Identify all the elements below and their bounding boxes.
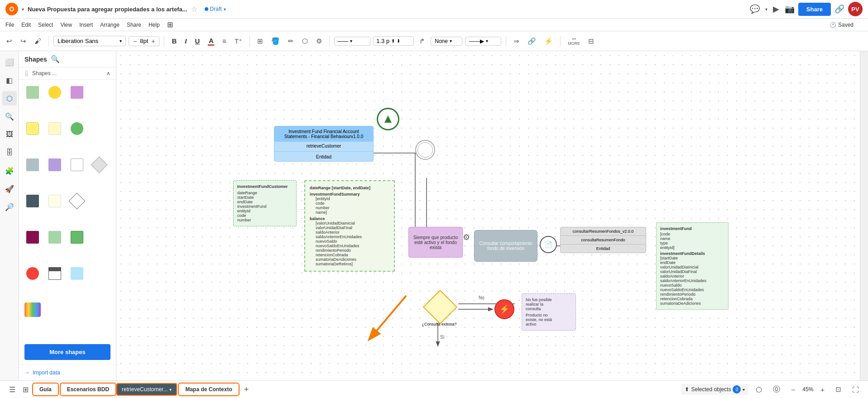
share-button[interactable]: Share <box>798 3 831 16</box>
video-icon[interactable]: 📷 <box>785 4 795 14</box>
shape-green-circle[interactable] <box>69 120 85 137</box>
fill-button[interactable]: 🪣 <box>269 35 283 47</box>
line-style-select[interactable]: —— ▾ <box>334 37 370 46</box>
shape-red-circle[interactable] <box>24 265 41 282</box>
subprocess-box[interactable]: consultarResumenFondos_v2.0.0 consultaRe… <box>560 227 646 253</box>
menu-select[interactable]: Select <box>38 22 53 28</box>
redo-button[interactable]: ↪ <box>18 35 29 47</box>
end-arrow-select[interactable]: ——▶ ▾ <box>465 37 501 46</box>
comment-caret[interactable]: ▾ <box>765 7 767 12</box>
sidebar-icon-magnify[interactable]: 🔎 <box>2 200 17 214</box>
stroke-size-control[interactable]: 1.3 p ⬆ ⬇ <box>373 36 414 46</box>
start-arrow-select[interactable]: None ▾ <box>431 37 462 46</box>
table-button[interactable]: ⊞ <box>254 35 266 47</box>
sidebar-icon-layers[interactable]: ◧ <box>2 73 17 87</box>
canvas-area[interactable]: No Sí Investment Fund Financial Account … <box>116 51 860 380</box>
shape-multi[interactable] <box>24 302 41 318</box>
menu-help[interactable]: Help <box>149 22 160 28</box>
sidebar-icon-plugin[interactable]: 🧩 <box>2 163 17 178</box>
font-color-button[interactable]: A <box>205 35 217 48</box>
logo-caret[interactable]: ▾ <box>22 7 24 12</box>
sidebar-icon-shapes[interactable]: ⬡ <box>2 91 17 105</box>
line-button[interactable]: ✏ <box>285 35 297 47</box>
user-avatar[interactable]: PV <box>848 2 863 16</box>
green-note-right[interactable]: investmentFund [code name type entityId]… <box>656 222 729 310</box>
format-icon[interactable]: ⓪ <box>769 383 784 396</box>
vertical-scrollbar[interactable] <box>860 51 868 380</box>
selected-objects-badge[interactable]: ⬆ Selected objects 0 ▾ <box>681 384 748 395</box>
shape-dark-rect[interactable] <box>24 193 41 209</box>
shape-green4[interactable] <box>69 229 85 245</box>
sidebar-icon-pages[interactable]: ⬜ <box>2 55 17 69</box>
panel-toggle-button[interactable]: ⊟ <box>585 35 597 47</box>
menu-view[interactable]: View <box>60 22 72 28</box>
zoom-in-button[interactable]: + <box>817 384 828 395</box>
shape-ltgreen[interactable] <box>47 229 63 245</box>
menu-file[interactable]: File <box>5 22 14 28</box>
comment-icon[interactable]: 💬 <box>750 4 760 14</box>
shape-white-rect[interactable] <box>69 157 85 173</box>
shape-green-rect[interactable] <box>24 84 41 101</box>
shape-purple-rect2[interactable] <box>47 157 63 173</box>
font-family-select[interactable]: Liberation Sans ▾ <box>53 36 126 46</box>
shape-diamond[interactable] <box>91 157 107 173</box>
extras-icon[interactable]: ⊞ <box>167 20 173 29</box>
shape-dashed-rect[interactable] <box>24 120 41 137</box>
tab-escenarios[interactable]: Escenarios BDD <box>60 383 116 396</box>
link-icon[interactable]: 🔗 <box>834 4 844 14</box>
sidebar-icon-image[interactable]: 🖼 <box>2 127 17 142</box>
tab-add[interactable]: + <box>240 383 254 396</box>
sidebar-icon-rocket[interactable]: 🚀 <box>2 182 17 196</box>
shape-maroon[interactable] <box>24 229 41 245</box>
bold-button[interactable]: B <box>169 35 179 47</box>
text-format-button[interactable]: T⁺ <box>232 35 245 47</box>
sidebar-icon-search[interactable]: 🔍 <box>2 109 17 124</box>
layer-icon[interactable]: ⬡ <box>752 384 766 396</box>
more-shapes-button[interactable]: More shapes <box>24 344 110 360</box>
shape-purple-rect[interactable] <box>69 84 85 101</box>
intermediate-event[interactable] <box>415 140 435 160</box>
font-size-decrease[interactable]: − <box>132 38 138 45</box>
data-object-green[interactable]: dateRange [startDate, endDate] investmen… <box>304 180 395 272</box>
forward-button[interactable]: ⇒ <box>511 35 522 47</box>
font-size-increase[interactable]: + <box>150 38 156 45</box>
shape-cream-rect[interactable] <box>47 120 63 137</box>
shape-ltblue[interactable] <box>69 265 85 282</box>
zoom-out-button[interactable]: − <box>787 384 799 395</box>
tab-guia[interactable]: Guía <box>32 383 59 396</box>
doc-event[interactable]: 📄 <box>540 236 557 253</box>
bb-menu-icon[interactable]: ☰ <box>5 384 19 396</box>
waypoint-button[interactable]: ↱ <box>417 35 428 47</box>
present-icon[interactable]: ▶ <box>773 4 779 14</box>
gray-task[interactable]: Consultar comportamiento fondo de invers… <box>474 230 537 262</box>
menu-arrange[interactable]: Arrange <box>100 22 120 28</box>
menu-edit[interactable]: Edit <box>21 22 31 28</box>
purple-note[interactable]: No fue posible realizar la consulta Prod… <box>522 293 576 331</box>
sidebar-icon-data[interactable]: 🗄 <box>2 145 17 160</box>
service-task-box[interactable]: Investment Fund Financial Account Statem… <box>274 126 374 162</box>
shadow-button[interactable]: ⬡ <box>299 35 311 47</box>
start-event[interactable] <box>377 108 399 130</box>
gateway-2[interactable]: ¿Consulta exitosa? <box>428 295 452 319</box>
shapes-search-icon[interactable]: 🔍 <box>51 55 60 63</box>
menu-insert[interactable]: Insert <box>79 22 93 28</box>
align-button[interactable]: ≡ <box>220 35 229 47</box>
fit-page-button[interactable]: ⊡ <box>832 384 845 395</box>
lightning-button[interactable]: ⚡ <box>542 35 556 47</box>
tab-retrieve-customer[interactable]: retrieveCustomer... ▾ <box>116 383 177 396</box>
italic-button[interactable]: I <box>182 35 189 47</box>
data-object-left[interactable]: InvestmentFundCustomer dateRange startDa… <box>233 180 297 226</box>
link-toolbar-button[interactable]: 🔗 <box>525 35 539 47</box>
error-event[interactable]: ⚡ <box>494 299 514 319</box>
shape-diamond2[interactable] <box>69 193 85 209</box>
format-paint-button[interactable]: 🖌 <box>32 35 44 47</box>
import-data-link[interactable]: → Import data <box>19 364 116 380</box>
draft-caret[interactable]: ▾ <box>224 7 226 12</box>
shape-yellow-circle[interactable] <box>47 84 63 101</box>
menu-share[interactable]: Share <box>127 22 141 28</box>
underline-button[interactable]: U <box>192 35 202 47</box>
star-icon[interactable]: ☆ <box>191 5 197 14</box>
undo-button[interactable]: ↩ <box>4 35 15 47</box>
extra-button[interactable]: ⚙ <box>313 35 325 47</box>
more-button[interactable]: ••• MORE <box>565 35 583 48</box>
